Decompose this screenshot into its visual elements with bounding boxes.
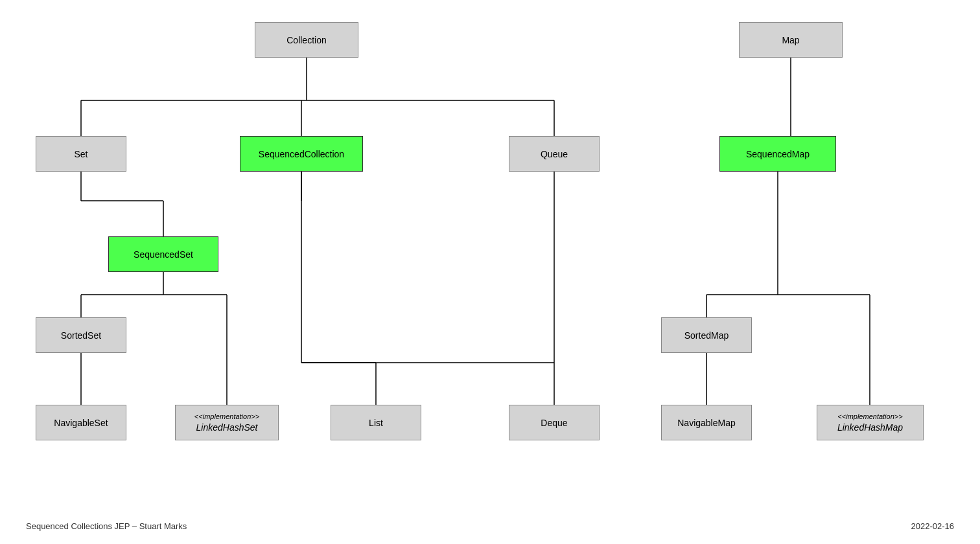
linked-hash-map-impl-label: <<implementation>>	[837, 412, 903, 421]
linked-hash-map-node: <<implementation>> LinkedHashMap	[817, 405, 924, 440]
sequenced-set-label: SequencedSet	[134, 249, 193, 260]
footer-right-text: 2022-02-16	[911, 521, 955, 531]
sorted-set-node: SortedSet	[36, 317, 126, 353]
sequenced-map-label: SequencedMap	[746, 149, 810, 159]
linked-hash-map-label: LinkedHashMap	[837, 422, 903, 433]
linked-hash-set-label: LinkedHashSet	[196, 422, 258, 433]
linked-hash-set-node: <<implementation>> LinkedHashSet	[175, 405, 279, 440]
footer-left-text: Sequenced Collections JEP – Stuart Marks	[26, 521, 187, 531]
list-node: List	[331, 405, 421, 440]
list-label: List	[369, 418, 383, 428]
queue-label: Queue	[541, 149, 568, 159]
queue-node: Queue	[509, 136, 600, 172]
linked-hash-set-impl-label: <<implementation>>	[194, 412, 259, 421]
sequenced-collection-node: SequencedCollection	[240, 136, 363, 172]
diagram-container: Collection Set SequencedCollection Queue…	[0, 0, 980, 518]
deque-label: Deque	[541, 418, 567, 428]
collection-label: Collection	[286, 35, 326, 45]
navigable-set-label: NavigableSet	[54, 418, 108, 428]
collection-node: Collection	[255, 22, 358, 58]
map-node: Map	[739, 22, 843, 58]
footer-left: Sequenced Collections JEP – Stuart Marks	[26, 521, 187, 531]
sequenced-set-node: SequencedSet	[108, 236, 218, 272]
navigable-map-label: NavigableMap	[677, 418, 736, 428]
map-label: Map	[782, 35, 799, 45]
sequenced-map-node: SequencedMap	[719, 136, 836, 172]
set-node: Set	[36, 136, 126, 172]
sequenced-collection-label: SequencedCollection	[259, 149, 344, 159]
deque-node: Deque	[509, 405, 600, 440]
set-label: Set	[74, 149, 88, 159]
sorted-set-label: SortedSet	[61, 330, 101, 341]
navigable-set-node: NavigableSet	[36, 405, 126, 440]
footer-right: 2022-02-16	[911, 521, 955, 531]
sorted-map-label: SortedMap	[684, 330, 729, 341]
sorted-map-node: SortedMap	[661, 317, 752, 353]
navigable-map-node: NavigableMap	[661, 405, 752, 440]
